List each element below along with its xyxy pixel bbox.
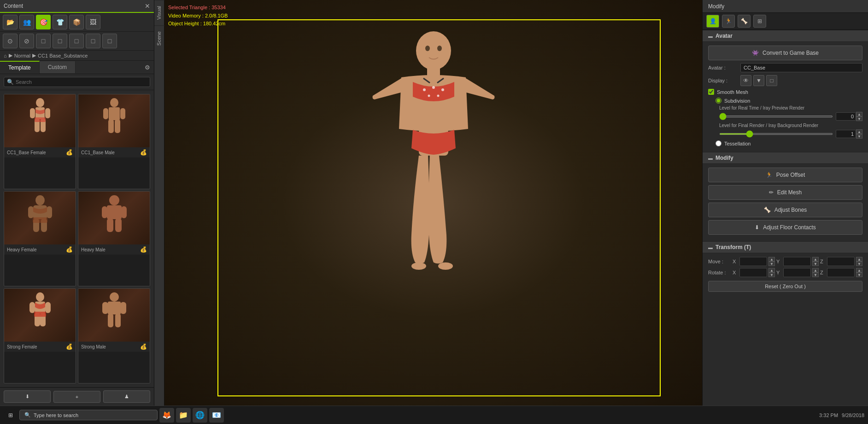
rotate-x-input[interactable]: 0.000 bbox=[739, 268, 767, 277]
tab-custom[interactable]: Custom bbox=[40, 61, 76, 73]
display-icon-down[interactable]: ▼ bbox=[753, 75, 764, 86]
svg-point-52 bbox=[437, 46, 442, 51]
taskbar-app-browser[interactable]: 🌐 bbox=[193, 408, 207, 423]
slider2-section: Level for Final Render / Iray Background… bbox=[719, 123, 862, 139]
side-tab-scene[interactable]: Scene bbox=[154, 25, 164, 51]
char-thumb-0 bbox=[4, 94, 76, 147]
move-y-input[interactable]: 0.000 bbox=[783, 257, 811, 266]
svg-rect-10 bbox=[120, 108, 125, 119]
clothes-icon[interactable]: 👕 bbox=[53, 15, 67, 29]
move-z-input[interactable]: 0.000 bbox=[827, 257, 855, 266]
char-card-3[interactable]: Heavy Male 💰 bbox=[78, 191, 150, 286]
reset-button[interactable]: Reset ( Zero Out ) bbox=[708, 281, 862, 292]
char-card-4[interactable]: Strong Female 💰 bbox=[4, 288, 76, 383]
char-figure-1 bbox=[100, 98, 128, 144]
folder-icon[interactable]: 📂 bbox=[3, 15, 18, 29]
props-icon[interactable]: 📦 bbox=[69, 15, 84, 29]
move-y-up-btn[interactable]: ▲ bbox=[812, 257, 819, 261]
taskbar-app-folder[interactable]: 📁 bbox=[176, 408, 191, 423]
breadcrumb-home-icon[interactable]: ⌂ bbox=[4, 53, 7, 58]
char-card-5[interactable]: Strong Male 💰 bbox=[78, 288, 150, 383]
display-icons: 👁 ▼ □ bbox=[740, 75, 777, 86]
rp-grid-icon[interactable]: ⊞ bbox=[753, 15, 766, 28]
taskbar-search-text: Type here to search bbox=[34, 412, 78, 418]
subdivision-radio[interactable] bbox=[716, 98, 721, 104]
move-z-down-btn[interactable]: ▼ bbox=[856, 261, 862, 266]
rp-bone-icon[interactable]: 🦴 bbox=[738, 15, 751, 28]
modify-section-header[interactable]: ▬ Modify bbox=[703, 152, 868, 164]
square5-icon[interactable]: □ bbox=[102, 34, 117, 48]
move-y-down-btn[interactable]: ▼ bbox=[812, 261, 819, 266]
svg-rect-37 bbox=[108, 314, 113, 327]
slider2-input[interactable] bbox=[719, 133, 833, 135]
slider1-input[interactable] bbox=[719, 116, 833, 117]
move-z-up-btn[interactable]: ▲ bbox=[856, 257, 862, 261]
char-card-1[interactable]: CC1_Base Male 💰 bbox=[78, 94, 150, 189]
add-button[interactable]: + bbox=[53, 391, 100, 403]
smooth-mesh-checkbox[interactable] bbox=[708, 89, 714, 95]
square2-icon[interactable]: □ bbox=[53, 34, 67, 48]
rotate-y-up-btn[interactable]: ▲ bbox=[812, 268, 819, 273]
square3-icon[interactable]: □ bbox=[69, 34, 84, 48]
slider1-down-btn[interactable]: ▼ bbox=[856, 116, 862, 121]
square1-icon[interactable]: □ bbox=[36, 34, 51, 48]
rotate-y-down-btn[interactable]: ▼ bbox=[812, 273, 819, 277]
char-coin-0: 💰 bbox=[66, 149, 73, 156]
modify-collapse-icon: ▬ bbox=[708, 156, 713, 161]
svg-point-44 bbox=[428, 95, 430, 97]
move-x-down-btn[interactable]: ▼ bbox=[768, 261, 775, 266]
char-coin-1: 💰 bbox=[140, 149, 147, 156]
rp-figure-icon[interactable]: 🏃 bbox=[722, 15, 735, 28]
move-x-up-btn[interactable]: ▲ bbox=[768, 257, 775, 261]
side-tab-visual[interactable]: Visual bbox=[154, 0, 164, 25]
slider2-down-btn[interactable]: ▼ bbox=[856, 134, 862, 139]
rotate-z-down-btn[interactable]: ▼ bbox=[856, 273, 862, 277]
display-icon-box[interactable]: □ bbox=[766, 75, 777, 86]
slider1-up-btn[interactable]: ▲ bbox=[856, 112, 862, 116]
taskbar-app-firefox[interactable]: 🦊 bbox=[159, 408, 174, 423]
edit-mesh-button[interactable]: ✏ Edit Mesh bbox=[708, 185, 862, 200]
rotate-z-label: Z bbox=[820, 270, 826, 275]
convert-to-game-base-button[interactable]: 👾 Convert to Game Base bbox=[708, 46, 862, 60]
slider2-up-btn[interactable]: ▲ bbox=[856, 129, 862, 134]
taskbar-search-wrap[interactable]: 🔍 Type here to search bbox=[19, 410, 158, 420]
taskbar-app-mail[interactable]: 📧 bbox=[209, 408, 224, 423]
circle-icon[interactable]: ⊙ bbox=[3, 34, 18, 48]
rotate-z-up-btn[interactable]: ▲ bbox=[856, 268, 862, 273]
char-card-2[interactable]: Heavy Female 💰 bbox=[4, 191, 76, 286]
avatar-section-header[interactable]: ▬ Avatar bbox=[703, 30, 868, 42]
avatar-icon[interactable]: 🎯 bbox=[36, 15, 51, 29]
rotate-y-input[interactable]: 0.000 bbox=[783, 268, 811, 277]
breadcrumb-substance[interactable]: CC1 Base_Substance bbox=[38, 53, 88, 58]
search-row: 🔍 bbox=[0, 74, 154, 90]
tessellation-radio[interactable] bbox=[716, 140, 721, 146]
download-button[interactable]: ⬇ bbox=[4, 390, 51, 403]
move-x-input[interactable]: 0.000 bbox=[739, 257, 767, 266]
pose-offset-button[interactable]: 🏃 Pose Offset bbox=[708, 168, 862, 182]
char-card-0[interactable]: CC1_Base Female 💰 bbox=[4, 94, 76, 189]
char-name-4: Strong Female bbox=[7, 344, 37, 349]
square4-icon[interactable]: □ bbox=[86, 34, 100, 48]
rotate-x-up-btn[interactable]: ▲ bbox=[768, 268, 775, 273]
adjust-bones-button[interactable]: 🦴 Adjust Bones bbox=[708, 203, 862, 217]
adjust-floor-label: Adjust Floor Contacts bbox=[763, 224, 816, 231]
rotate-z-input[interactable]: 0.000 bbox=[827, 268, 855, 277]
adjust-floor-contacts-button[interactable]: ⬇ Adjust Floor Contacts bbox=[708, 220, 862, 235]
display-icon-eye[interactable]: 👁 bbox=[740, 75, 751, 86]
content-close-icon[interactable]: ✕ bbox=[145, 2, 150, 10]
rp-avatar-icon[interactable]: 👤 bbox=[706, 15, 719, 28]
scene-icon[interactable]: 🖼 bbox=[86, 15, 100, 29]
right-panel: Modify 👤 🏃 🦴 ⊞ ▬ Avatar 👾 Convert to Gam… bbox=[702, 0, 868, 406]
people-icon[interactable]: 👥 bbox=[19, 15, 34, 29]
rotate-x-down-btn[interactable]: ▼ bbox=[768, 273, 775, 277]
slash-icon[interactable]: ⊘ bbox=[19, 34, 34, 48]
search-wrap: 🔍 bbox=[4, 77, 150, 87]
left-panel: Content ✕ 📂 👥 🎯 👕 📦 🖼 ⊙ ⊘ □ □ □ □ □ ⌂ ▶ … bbox=[0, 0, 154, 406]
transform-section-header[interactable]: ▬ Transform (T) bbox=[703, 241, 868, 253]
search-input[interactable] bbox=[16, 79, 147, 85]
breadcrumb-normal[interactable]: Normal bbox=[14, 53, 30, 58]
tab-template[interactable]: Template bbox=[0, 61, 40, 74]
tab-settings-icon[interactable]: ⚙ bbox=[141, 61, 154, 74]
windows-start-icon[interactable]: ⊞ bbox=[4, 408, 18, 422]
figure-button[interactable]: ♟ bbox=[103, 390, 150, 403]
